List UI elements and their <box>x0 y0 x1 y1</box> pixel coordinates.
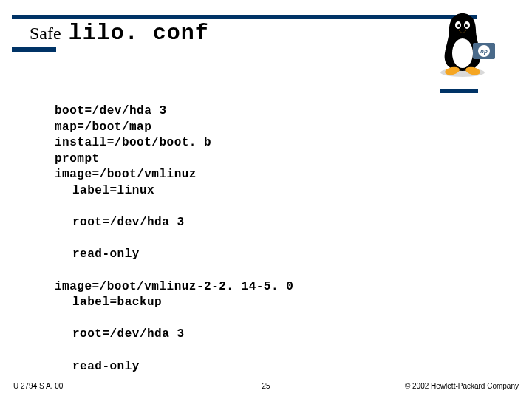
title-main: lilo. conf <box>69 21 209 46</box>
config-line: map=/boot/map <box>55 120 151 134</box>
config-line: read-only <box>55 247 293 263</box>
divider-right <box>440 89 478 93</box>
title-prefix: Safe <box>30 24 61 44</box>
slide-title: Safe lilo. conf <box>30 21 209 46</box>
config-line: label=linux <box>55 183 293 200</box>
svg-text:hp: hp <box>480 48 488 55</box>
svg-point-1 <box>452 38 473 68</box>
config-text-block: boot=/dev/hda 3 map=/boot/map install=/b… <box>55 103 293 391</box>
config-line: root=/dev/hda 3 <box>55 327 293 343</box>
config-line: prompt <box>55 152 100 166</box>
config-line: label=backup <box>55 295 293 311</box>
svg-point-4 <box>457 24 460 27</box>
divider-left <box>12 47 56 52</box>
config-line: install=/boot/boot. b <box>55 136 211 149</box>
config-line: image=/boot/vmlinuz-2-2. 14-5. 0 <box>55 280 293 293</box>
hp-logo-icon: hp <box>473 43 495 59</box>
svg-point-5 <box>465 24 468 27</box>
divider-top <box>12 15 477 19</box>
config-line: read-only <box>55 359 293 375</box>
footer-copyright: © 2002 Hewlett-Packard Company <box>405 382 519 390</box>
config-line: root=/dev/hda 3 <box>55 215 293 231</box>
config-line: boot=/dev/hda 3 <box>55 104 167 117</box>
slide-header: Safe lilo. conf hp <box>0 0 532 96</box>
config-line: image=/boot/vmlinuz <box>55 168 197 181</box>
